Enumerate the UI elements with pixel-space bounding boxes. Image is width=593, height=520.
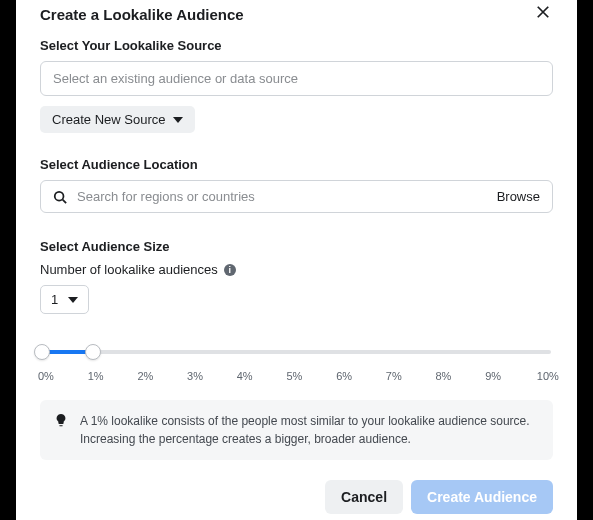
create-new-source-label: Create New Source — [52, 112, 165, 127]
tick-label: 1% — [88, 370, 112, 382]
number-audiences-label: Number of lookalike audiences — [40, 262, 218, 277]
size-sublabel-row: Number of lookalike audiences i — [40, 262, 553, 277]
slider-ticks: 0% 1% 2% 3% 4% 5% 6% 7% 8% 9% 10% — [38, 370, 559, 382]
tick-label: 8% — [436, 370, 460, 382]
tick-label: 4% — [237, 370, 261, 382]
location-section-label: Select Audience Location — [40, 157, 553, 172]
svg-point-0 — [55, 191, 64, 200]
info-icon[interactable]: i — [224, 264, 236, 276]
audience-count-value: 1 — [51, 292, 58, 307]
modal-header: Create a Lookalike Audience — [40, 4, 553, 24]
location-input-wrap[interactable]: Browse — [40, 180, 553, 213]
tip-box: A 1% lookalike consists of the people mo… — [40, 400, 553, 460]
search-icon — [53, 190, 67, 204]
tick-label: 0% — [38, 370, 62, 382]
slider-handle-end[interactable] — [85, 344, 101, 360]
create-lookalike-modal: Create a Lookalike Audience Select Your … — [16, 0, 577, 520]
tip-text: A 1% lookalike consists of the people mo… — [80, 412, 539, 448]
audience-size-slider[interactable] — [42, 342, 551, 362]
tick-label: 10% — [535, 370, 559, 382]
audience-count-select[interactable]: 1 — [40, 285, 89, 314]
source-section-label: Select Your Lookalike Source — [40, 38, 553, 53]
lookalike-source-input[interactable]: Select an existing audience or data sour… — [40, 61, 553, 96]
modal-footer: Cancel Create Audience — [40, 480, 553, 514]
tick-label: 5% — [286, 370, 310, 382]
create-new-source-button[interactable]: Create New Source — [40, 106, 195, 133]
close-button[interactable] — [533, 4, 553, 24]
browse-link[interactable]: Browse — [497, 189, 540, 204]
modal-title: Create a Lookalike Audience — [40, 6, 244, 23]
tick-label: 7% — [386, 370, 410, 382]
size-section-label: Select Audience Size — [40, 239, 553, 254]
lightbulb-icon — [54, 413, 68, 427]
tick-label: 3% — [187, 370, 211, 382]
location-search-input[interactable] — [77, 189, 487, 204]
caret-down-icon — [68, 297, 78, 303]
cancel-button[interactable]: Cancel — [325, 480, 403, 514]
slider-track — [42, 350, 551, 354]
caret-down-icon — [173, 117, 183, 123]
tick-label: 9% — [485, 370, 509, 382]
tick-label: 2% — [137, 370, 161, 382]
tick-label: 6% — [336, 370, 360, 382]
slider-handle-start[interactable] — [34, 344, 50, 360]
close-icon — [536, 5, 550, 23]
create-audience-button[interactable]: Create Audience — [411, 480, 553, 514]
